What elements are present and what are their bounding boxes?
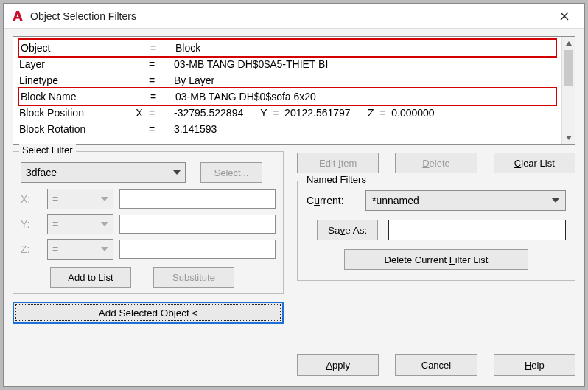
left-column: Select Filter 3dface Select... (13, 151, 284, 376)
filter-list-content: Object= BlockLayer= 03-MB TANG DH$0$A5-T… (13, 37, 561, 144)
delete-button: Delete (395, 153, 477, 173)
edit-item-label: Edit Item (319, 158, 357, 169)
x-value-input[interactable] (119, 189, 276, 209)
help-label: Help (525, 360, 545, 371)
clear-list-button[interactable]: Clear List (494, 153, 575, 173)
add-selected-object-button[interactable]: Add Selected Object < (13, 302, 284, 324)
select-button: Select... (200, 162, 262, 183)
save-as-label: Save As: (328, 225, 367, 236)
clear-list-label: Clear List (514, 158, 555, 169)
apply-label: Apply (326, 360, 350, 371)
save-as-button[interactable]: Save As: (317, 220, 378, 240)
lower-area: Select Filter 3dface Select... (13, 151, 575, 376)
current-filter-combo[interactable]: *unnamed (365, 190, 566, 211)
title-bar: Object Selection Filters (4, 4, 584, 29)
delete-current-filter-button[interactable]: Delete Current Filter List (344, 249, 528, 270)
filter-list-row[interactable]: Block Name= 03-MB TANG DH$0$sofa 6x20 (18, 87, 557, 106)
scroll-thumb[interactable] (564, 50, 573, 86)
delete-current-filter-label: Delete Current Filter List (385, 254, 489, 265)
add-selected-label: Add Selected Object < (99, 307, 198, 318)
window-title: Object Selection Filters (30, 10, 552, 22)
filter-list-row[interactable]: Block Rotation= 3.141593 (19, 121, 556, 137)
filter-list-row[interactable]: Linetype= By Layer (19, 72, 556, 88)
filter-list[interactable]: Object= BlockLayer= 03-MB TANG DH$0$A5-T… (13, 36, 575, 145)
cancel-button[interactable]: Cancel (395, 354, 477, 376)
apply-button[interactable]: Apply (297, 354, 379, 376)
cancel-label: Cancel (421, 360, 451, 371)
substitute-label: Substitute (172, 272, 215, 283)
scroll-down-icon[interactable] (562, 131, 575, 144)
add-to-list-label: Add to List (68, 272, 113, 283)
y-op-combo: = (47, 214, 113, 234)
select-button-label: Select... (214, 167, 249, 178)
close-button[interactable] (552, 5, 577, 27)
x-op-combo: = (47, 189, 113, 209)
y-value-input[interactable] (119, 215, 276, 234)
scrollbar[interactable] (561, 37, 575, 144)
named-filters-group: Named Filters Current: *unnamed Save As: (297, 181, 575, 281)
select-filter-legend: Select Filter (19, 144, 76, 156)
filter-type-value: 3dface (26, 167, 57, 178)
delete-label: Delete (422, 158, 450, 169)
substitute-button: Substitute (153, 267, 234, 288)
y-op-value: = (52, 218, 58, 230)
right-column: Edit Item Delete Clear List Named Filter… (297, 151, 575, 376)
help-button[interactable]: Help (494, 354, 575, 376)
filter-list-row[interactable]: Block PositionX= -32795.522894 Y = 20122… (19, 105, 556, 121)
autocad-icon (11, 10, 24, 23)
filter-list-row[interactable]: Layer= 03-MB TANG DH$0$A5-THIET BI (19, 56, 556, 72)
scroll-up-icon[interactable] (562, 37, 575, 50)
x-label: X: (21, 193, 41, 205)
add-to-list-button[interactable]: Add to List (50, 267, 131, 288)
z-label: Z: (21, 243, 41, 255)
z-value-input[interactable] (119, 240, 276, 259)
x-op-value: = (52, 193, 58, 205)
dialog-window: Object Selection Filters Object= BlockLa… (3, 3, 585, 387)
current-filter-value: *unnamed (372, 195, 419, 206)
client-area: Object= BlockLayer= 03-MB TANG DH$0$A5-T… (4, 29, 584, 386)
y-label: Y: (21, 218, 41, 230)
chevron-down-icon (173, 170, 181, 175)
z-op-combo: = (47, 239, 113, 260)
current-label: Current: (307, 195, 355, 206)
chevron-down-icon (101, 247, 108, 251)
chevron-down-icon (101, 197, 108, 201)
save-as-input[interactable] (388, 220, 566, 240)
edit-item-button: Edit Item (297, 153, 379, 173)
chevron-down-icon (101, 222, 108, 226)
named-filters-legend: Named Filters (304, 174, 369, 185)
select-filter-group: Select Filter 3dface Select... (13, 151, 284, 294)
z-op-value: = (52, 243, 58, 255)
filter-list-row[interactable]: Object= Block (18, 38, 557, 58)
chevron-down-icon (552, 198, 559, 203)
filter-type-combo[interactable]: 3dface (21, 162, 186, 183)
